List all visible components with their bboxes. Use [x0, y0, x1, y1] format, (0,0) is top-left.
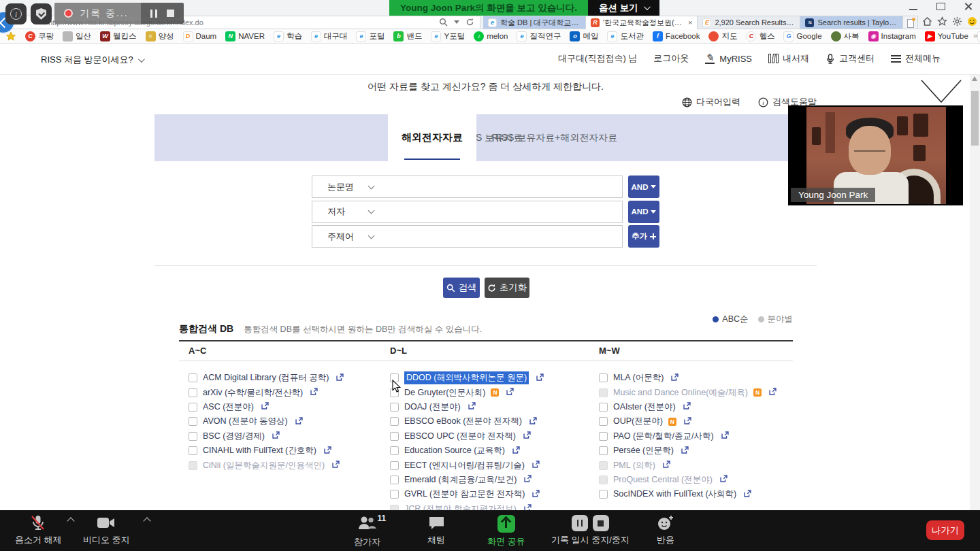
- new-tab-button[interactable]: [903, 16, 918, 29]
- external-link-icon[interactable]: [683, 401, 691, 412]
- db-checkbox[interactable]: [189, 417, 197, 426]
- scrollbar-thumb[interactable]: [971, 91, 979, 146]
- bookmark-item[interactable]: ▶YouTube: [925, 31, 968, 41]
- external-link-icon[interactable]: [523, 474, 532, 485]
- db-checkbox[interactable]: [390, 446, 399, 455]
- myriss-link[interactable]: MyRISS: [705, 54, 752, 64]
- support-link[interactable]: 고객센터: [826, 52, 875, 65]
- external-link-icon[interactable]: [295, 416, 304, 427]
- share-screen-button[interactable]: 화면 공유: [487, 515, 525, 548]
- scope-tab[interactable]: RISS 보유자료+해외전자자료: [476, 114, 633, 161]
- db-checkbox[interactable]: [390, 432, 399, 441]
- bookmark-item[interactable]: ♪melon: [474, 31, 508, 41]
- first-visit-toggle[interactable]: RISS 처음 방문이세요?: [41, 54, 143, 66]
- db-checkbox[interactable]: [189, 461, 197, 470]
- participants-button[interactable]: 11 참가자: [354, 515, 380, 548]
- address-dropdown-icon[interactable]: [454, 20, 459, 24]
- external-link-icon[interactable]: [670, 373, 679, 384]
- bookmark-item[interactable]: o메일: [570, 31, 598, 41]
- db-checkbox[interactable]: [390, 417, 399, 426]
- db-checkbox[interactable]: [599, 388, 608, 397]
- video-options-caret[interactable]: [143, 517, 150, 524]
- external-link-icon[interactable]: [323, 446, 332, 456]
- external-link-icon[interactable]: [261, 401, 270, 412]
- multilang-input-button[interactable]: 다국어입력: [682, 96, 740, 108]
- bookmark-item[interactable]: fFacebook: [653, 31, 700, 41]
- my-library-link[interactable]: 내서재: [768, 52, 809, 65]
- stop-video-button[interactable]: 비디오 중지: [83, 515, 130, 546]
- external-link-icon[interactable]: [719, 474, 728, 485]
- bookmark-item[interactable]: ⚑오케이몰: [977, 31, 980, 41]
- bookmark-item[interactable]: ◉Instagram: [868, 31, 916, 41]
- webcam-overlay[interactable]: Young Joon Park: [788, 105, 963, 205]
- tab-close-icon[interactable]: ×: [688, 18, 692, 27]
- db-checkbox[interactable]: [599, 403, 608, 412]
- external-link-icon[interactable]: [272, 431, 280, 441]
- chat-button[interactable]: 채팅: [427, 515, 445, 546]
- bookmark-item[interactable]: ≡양성: [146, 31, 174, 41]
- window-maximize-button[interactable]: [934, 1, 949, 12]
- external-link-icon[interactable]: [468, 401, 476, 412]
- db-checkbox[interactable]: [189, 446, 197, 455]
- field-type-select[interactable]: 주제어: [327, 231, 365, 243]
- external-link-icon[interactable]: [662, 460, 671, 471]
- browser-tab[interactable]: e학술 DB | 대구대학교 창파도...: [483, 16, 586, 29]
- search-icon[interactable]: [439, 18, 448, 27]
- search-input[interactable]: 주제어: [312, 225, 623, 248]
- feedback-smiley-icon[interactable]: [967, 16, 977, 27]
- mic-options-caret[interactable]: [67, 517, 74, 524]
- bookmark-item[interactable]: GGoogle: [783, 31, 821, 41]
- external-link-icon[interactable]: [506, 387, 514, 398]
- bookmarks-overflow-icon[interactable]: »: [973, 31, 977, 39]
- bookmark-item[interactable]: eY포털: [431, 31, 465, 41]
- external-link-icon[interactable]: [532, 460, 540, 471]
- external-link-icon[interactable]: [512, 446, 521, 456]
- db-checkbox[interactable]: [189, 403, 197, 412]
- reset-button[interactable]: 초기화: [485, 278, 529, 298]
- all-menu-link[interactable]: 전체메뉴: [891, 52, 941, 65]
- operator-button[interactable]: AND: [628, 201, 659, 223]
- external-link-icon[interactable]: [310, 387, 318, 398]
- zoom-info-widget[interactable]: i: [5, 3, 27, 24]
- external-link-icon[interactable]: [721, 431, 730, 441]
- db-checkbox[interactable]: [390, 475, 399, 484]
- bookmark-item[interactable]: e학습: [274, 31, 302, 41]
- db-checkbox[interactable]: [599, 475, 608, 484]
- db-checkbox[interactable]: [390, 461, 399, 470]
- favorites-star-icon[interactable]: [937, 16, 947, 27]
- bookmark-item[interactable]: 일산: [63, 31, 91, 41]
- bookmark-item[interactable]: 사복: [831, 31, 860, 41]
- db-checkbox[interactable]: [599, 432, 608, 441]
- browser-tab[interactable]: ≈Search results | Taylor & Fran...: [800, 16, 903, 29]
- pause-recording-icon[interactable]: [572, 515, 588, 531]
- db-checkbox[interactable]: [599, 461, 608, 470]
- bookmark-item[interactable]: e도서관: [607, 31, 644, 41]
- db-checkbox[interactable]: [189, 432, 197, 441]
- bookmark-item[interactable]: NNAVER: [225, 31, 265, 41]
- scope-tab[interactable]: 해외전자자료: [388, 114, 476, 161]
- add-field-button[interactable]: 추가: [628, 225, 659, 248]
- db-checkbox[interactable]: [599, 417, 608, 426]
- bookmark-item[interactable]: e대구대: [311, 31, 348, 41]
- bookmark-item[interactable]: C쿠팡: [25, 31, 54, 41]
- browser-tab[interactable]: R'한국교육학술정보원(KERIS...×: [586, 16, 698, 29]
- refresh-icon[interactable]: [466, 18, 474, 27]
- db-checkbox[interactable]: [390, 403, 399, 412]
- bookmark-item[interactable]: b밴드: [393, 31, 422, 41]
- db-sort-radio[interactable]: ABC순: [713, 314, 748, 325]
- bookmark-item[interactable]: W웰킵스: [100, 31, 137, 41]
- settings-gear-icon[interactable]: [952, 16, 962, 27]
- db-checkbox[interactable]: [390, 490, 399, 499]
- hide-video-chevron[interactable]: [920, 78, 962, 105]
- bookmark-item[interactable]: e질적연구: [517, 31, 561, 41]
- stop-recording-icon[interactable]: [167, 10, 174, 17]
- external-link-icon[interactable]: [336, 373, 344, 384]
- external-link-icon[interactable]: [529, 416, 538, 427]
- external-link-icon[interactable]: [683, 416, 692, 427]
- view-options-button[interactable]: 옵션 보기: [588, 0, 659, 16]
- logout-link[interactable]: 로그아웃: [653, 52, 689, 65]
- db-sort-radio[interactable]: 분야별: [758, 314, 794, 325]
- page-scrollbar[interactable]: [970, 75, 980, 510]
- bookmark-item[interactable]: 지도: [708, 31, 737, 41]
- scrollbar-up-arrow[interactable]: [972, 76, 977, 81]
